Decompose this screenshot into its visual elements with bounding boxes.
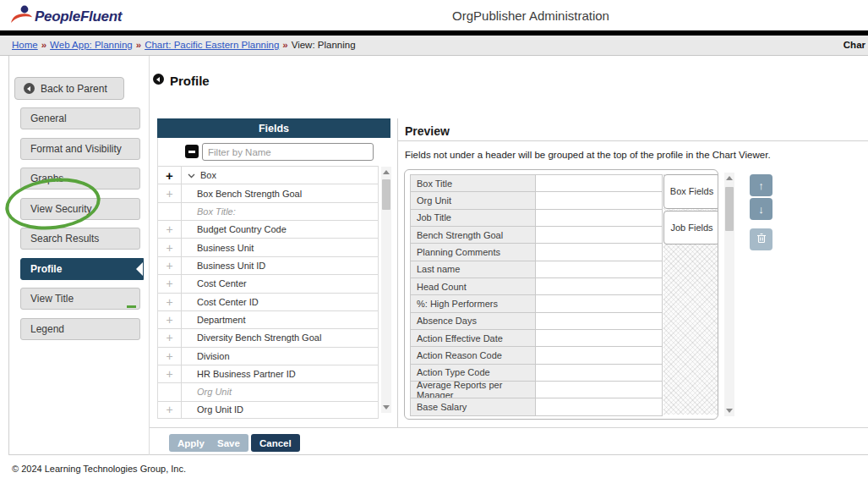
filter-input[interactable] (202, 143, 374, 161)
field-row[interactable]: +Division (158, 347, 378, 365)
breadcrumb-right-text[interactable]: Char (843, 40, 865, 50)
preview-scrollbar[interactable] (724, 173, 734, 416)
preview-field-label: Job Title (410, 209, 536, 227)
preview-row[interactable]: Base Salary (410, 398, 663, 415)
add-field-button[interactable]: + (158, 294, 182, 310)
field-row[interactable]: +Cost Center ID (158, 293, 378, 310)
add-field-button[interactable]: + (158, 221, 182, 238)
field-row[interactable]: +Cost Center (158, 274, 378, 292)
fields-scrollbar[interactable] (381, 167, 391, 413)
move-down-button[interactable]: ↓ (750, 198, 772, 220)
field-row[interactable]: Box Title: (158, 202, 378, 220)
add-field-button[interactable]: + (158, 365, 182, 382)
breadcrumb-item[interactable]: Web App: Planning (50, 40, 133, 50)
preview-row[interactable]: Last name (410, 261, 663, 278)
add-field-button[interactable]: + (158, 257, 182, 274)
field-row[interactable]: Org Unit (158, 382, 378, 400)
preview-row[interactable]: Action Reason Code (410, 346, 663, 364)
preview-field-value[interactable] (536, 346, 663, 364)
sidebar-item-profile[interactable]: Profile (20, 258, 144, 280)
preview-row[interactable]: Bench Strength Goal (410, 226, 663, 244)
field-label: Org Unit (182, 383, 232, 400)
add-field-button[interactable]: + (158, 311, 182, 328)
preview-row[interactable]: Job Title (410, 209, 663, 227)
cancel-button[interactable]: Cancel (251, 434, 300, 452)
field-row[interactable]: +Department (158, 310, 378, 328)
add-field-button[interactable]: + (158, 348, 182, 365)
preview-row[interactable]: Box Title (410, 174, 663, 192)
add-field-button[interactable]: + (158, 184, 182, 201)
fields-panel-header: Fields (157, 118, 390, 138)
preview-field-value[interactable] (536, 329, 663, 347)
preview-row[interactable]: Org Unit (410, 191, 663, 209)
field-row[interactable]: +HR Business Partner ID (158, 365, 378, 382)
preview-field-label: %: High Performers (410, 294, 536, 312)
field-row[interactable]: +Business Unit ID (158, 256, 378, 274)
footer-copyright: © 2024 Learning Technologies Group, Inc. (12, 464, 186, 474)
field-label-text: Business Unit ID (197, 261, 265, 271)
field-label-text: Box Title: (197, 206, 236, 217)
collapse-all-button[interactable] (185, 145, 199, 158)
preview-field-value[interactable] (536, 381, 663, 398)
app-logo: PeopleFluent (10, 4, 122, 29)
preview-field-value[interactable] (536, 277, 663, 295)
preview-field-value[interactable] (536, 226, 663, 244)
add-field-button[interactable]: + (158, 239, 182, 255)
preview-row[interactable]: Head Count (410, 277, 663, 295)
field-label: Division (182, 348, 230, 365)
add-field-button[interactable]: + (158, 167, 182, 184)
field-label: Department (182, 311, 245, 328)
preview-field-value[interactable] (536, 243, 663, 261)
preview-row[interactable]: Action Effective Date (410, 329, 663, 347)
preview-row[interactable]: %: High Performers (410, 294, 663, 312)
scroll-down-icon[interactable] (726, 409, 733, 413)
scroll-thumb[interactable] (382, 179, 390, 210)
move-up-button[interactable]: ↑ (750, 174, 772, 196)
preview-table: Box TitleOrg UnitJob TitleBench Strength… (404, 169, 718, 420)
preview-field-value[interactable] (536, 294, 663, 312)
sidebar-item-legend[interactable]: Legend (20, 318, 140, 340)
preview-field-value[interactable] (536, 209, 663, 227)
field-label: Box Title: (182, 203, 236, 220)
sidebar-item-view-title[interactable]: View Title (20, 288, 140, 310)
field-row[interactable]: +Box (158, 166, 378, 184)
preview-field-value[interactable] (536, 364, 663, 382)
sidebar-item-graphs[interactable]: Graphs (20, 168, 140, 190)
field-row[interactable]: +Budget Country Code (158, 220, 378, 238)
preview-row[interactable]: Absence Days (410, 312, 663, 330)
scroll-thumb[interactable] (725, 187, 734, 231)
preview-field-value[interactable] (536, 398, 663, 415)
scroll-down-icon[interactable] (383, 405, 390, 409)
field-row[interactable]: +Org Unit ID (158, 401, 378, 419)
save-button[interactable]: Save (209, 434, 248, 452)
sidebar-item-general[interactable]: General (20, 107, 140, 129)
back-to-parent-button[interactable]: Back to Parent (14, 77, 124, 100)
preview-field-label: Planning Comments (410, 243, 536, 261)
apply-button[interactable]: Apply (169, 434, 213, 452)
field-label-text: Cost Center (197, 278, 247, 288)
sidebar-item-view-security[interactable]: View Security (20, 198, 140, 220)
add-field-button[interactable]: + (158, 275, 182, 292)
preview-group-box-fields[interactable]: Box Fields (663, 174, 718, 209)
field-row[interactable]: +Box Bench Strength Goal (158, 184, 378, 201)
preview-group-job-fields[interactable]: Job Fields (663, 211, 718, 245)
add-field-button[interactable]: + (158, 402, 182, 418)
add-field-button[interactable]: + (158, 329, 182, 346)
preview-field-value[interactable] (536, 191, 663, 209)
field-row[interactable]: +Diversity Bench Strength Goal (158, 328, 378, 346)
preview-field-label: Action Reason Code (410, 346, 536, 364)
chevron-down-icon[interactable] (188, 170, 195, 180)
breadcrumb-item[interactable]: Home (12, 40, 38, 50)
preview-row[interactable]: Average Reports per Manager (410, 381, 663, 398)
sidebar-item-format-and-visibility[interactable]: Format and Visibility (20, 138, 140, 160)
preview-row[interactable]: Planning Comments (410, 243, 663, 261)
page-back-icon[interactable] (153, 74, 164, 85)
delete-button[interactable] (750, 228, 772, 250)
field-label-text: Box Bench Strength Goal (197, 189, 302, 199)
preview-field-value[interactable] (536, 174, 663, 192)
preview-field-value[interactable] (536, 312, 663, 330)
breadcrumb-item[interactable]: Chart: Pacific Eastern Planning (145, 40, 279, 50)
field-row[interactable]: +Business Unit (158, 238, 378, 255)
preview-field-value[interactable] (536, 261, 663, 278)
sidebar-item-search-results[interactable]: Search Results (20, 228, 140, 250)
